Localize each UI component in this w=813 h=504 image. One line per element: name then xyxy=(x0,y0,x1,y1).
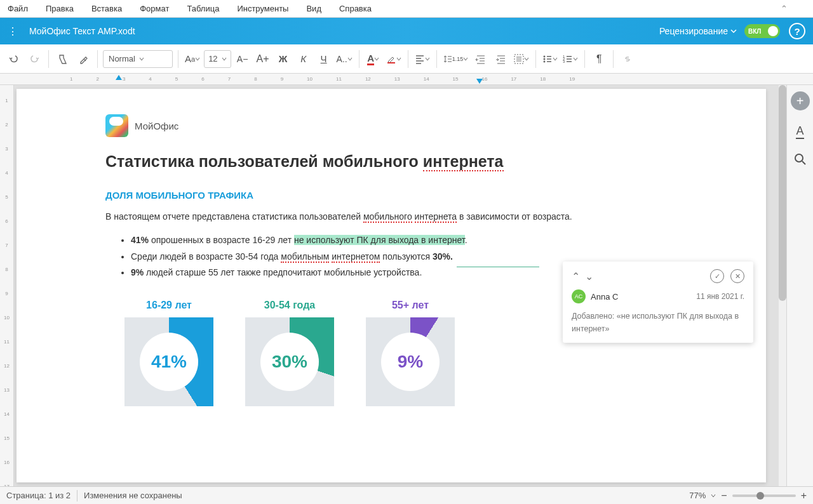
font-size-select[interactable]: 12 xyxy=(204,50,231,68)
undo-button[interactable] xyxy=(5,50,23,69)
comment-next-icon[interactable]: ⌄ xyxy=(585,270,593,282)
help-button[interactable]: ? xyxy=(789,23,805,39)
copy-format-button[interactable] xyxy=(54,50,72,69)
review-toggle[interactable]: ВКЛ xyxy=(744,24,780,38)
numbered-list-button[interactable]: 123 xyxy=(561,50,579,69)
font-color-button[interactable]: A xyxy=(365,50,382,69)
review-label: Рецензирование xyxy=(659,26,728,36)
toolbar: Normal Aa 12 A− A+ Ж К Ч A.. A 1.15 123 … xyxy=(0,44,813,74)
svg-point-4 xyxy=(544,60,546,62)
more-icon[interactable]: ⋮ xyxy=(8,25,17,37)
decrease-indent-button[interactable] xyxy=(472,50,490,69)
workspace: 1234567891011121314151617 МойОфис Статис… xyxy=(0,85,813,486)
donut-chart-1: 16-29 лет 41% xyxy=(124,300,213,406)
clear-format-button[interactable] xyxy=(74,50,92,69)
menu-tools[interactable]: Инструменты xyxy=(237,4,288,13)
comment-prev-icon[interactable]: ⌃ xyxy=(572,270,580,282)
highlight-button[interactable] xyxy=(385,50,403,69)
indent-marker-right[interactable] xyxy=(476,79,483,84)
comment-author: Anna C xyxy=(591,292,696,302)
add-comment-button[interactable]: + xyxy=(791,91,810,110)
bold-button[interactable]: Ж xyxy=(274,50,292,69)
logo: МойОфис xyxy=(105,114,715,137)
comment-card[interactable]: ⌃ ⌄ ✓ ✕ AC Anna C 11 янв 2021 г. Добавле… xyxy=(563,262,753,343)
increase-indent-button[interactable] xyxy=(492,50,510,69)
accept-change-button[interactable]: ✓ xyxy=(710,269,724,283)
menu-bar: Файл Правка Вставка Формат Таблица Инстр… xyxy=(0,0,813,18)
tracked-change: не используют ПК для выхода в интернет xyxy=(294,235,465,245)
logo-icon xyxy=(105,114,128,137)
ruler-vertical[interactable]: 1234567891011121314151617 xyxy=(0,85,14,486)
italic-button[interactable]: К xyxy=(295,50,312,69)
side-rail: + A xyxy=(786,85,813,486)
svg-point-3 xyxy=(544,58,546,60)
heading-1[interactable]: Статистика пользователей мобильного инте… xyxy=(105,152,715,171)
donut-chart-3: 55+ лет 9% xyxy=(366,300,455,406)
redo-button[interactable] xyxy=(25,50,43,69)
align-button[interactable] xyxy=(413,50,431,69)
paragraph-spacing-button[interactable] xyxy=(513,50,530,69)
svg-point-8 xyxy=(795,154,803,162)
ruler-horizontal[interactable]: 12345678910111213141516171819 xyxy=(0,74,813,85)
paragraph[interactable]: В настоящем отчете представлена статисти… xyxy=(105,209,715,223)
comment-connector xyxy=(457,267,539,267)
zoom-slider[interactable] xyxy=(732,494,796,497)
reject-change-button[interactable]: ✕ xyxy=(730,269,744,283)
page[interactable]: МойОфис Статистика пользователей мобильн… xyxy=(17,89,766,482)
style-select[interactable]: Normal xyxy=(103,50,173,68)
review-dropdown[interactable]: Рецензирование xyxy=(659,26,737,36)
avatar: AC xyxy=(572,289,586,303)
heading-2[interactable]: Доля мобильного трафика xyxy=(105,190,715,201)
zoom-out-button[interactable]: − xyxy=(721,490,727,501)
menu-format[interactable]: Формат xyxy=(140,4,169,13)
bullet-list-button[interactable] xyxy=(541,50,559,69)
indent-marker-left[interactable] xyxy=(116,75,122,80)
chevron-down-icon xyxy=(730,28,737,34)
more-font-button[interactable]: A.. xyxy=(335,50,354,69)
menu-edit[interactable]: Правка xyxy=(46,4,74,13)
underline-button[interactable]: Ч xyxy=(315,50,333,69)
menu-insert[interactable]: Вставка xyxy=(91,4,122,13)
status-bar: Страница: 1 из 2 Изменения не сохранены … xyxy=(0,486,813,504)
link-button[interactable] xyxy=(619,50,636,69)
canvas[interactable]: МойОфис Статистика пользователей мобильн… xyxy=(14,85,786,486)
list-item: 41% опрошенных в возрасте 16-29 лет не и… xyxy=(131,232,715,248)
save-status: Изменения не сохранены xyxy=(84,491,182,500)
document-title: МойОфис Текст AMP.xodt xyxy=(29,26,135,36)
menu-table[interactable]: Таблица xyxy=(187,4,219,13)
scrollbar-vertical[interactable] xyxy=(779,85,786,486)
decrease-font-button[interactable]: A− xyxy=(234,50,252,69)
font-panel-icon[interactable]: A xyxy=(796,124,803,139)
donut-chart-2: 30-54 года 30% xyxy=(245,300,334,406)
zoom-value[interactable]: 77% xyxy=(689,491,706,500)
pilcrow-button[interactable]: ¶ xyxy=(590,50,608,69)
collapse-menu-icon[interactable]: ⌃ xyxy=(781,4,788,13)
font-family-button[interactable]: Aa xyxy=(184,50,201,69)
zoom-in-button[interactable]: + xyxy=(801,490,807,501)
chevron-down-icon[interactable] xyxy=(711,493,716,498)
svg-rect-0 xyxy=(387,62,395,63)
menu-view[interactable]: Вид xyxy=(306,4,321,13)
comment-date: 11 янв 2021 г. xyxy=(696,292,744,301)
comment-body: Добавлено: «не используют ПК для выхода … xyxy=(572,310,744,335)
page-indicator[interactable]: Страница: 1 из 2 xyxy=(6,491,71,500)
svg-text:3: 3 xyxy=(563,60,565,63)
menu-help[interactable]: Справка xyxy=(339,4,372,13)
svg-point-2 xyxy=(544,55,546,57)
line-spacing-button[interactable]: 1.15 xyxy=(442,50,470,69)
search-icon[interactable] xyxy=(794,153,807,168)
title-bar: ⋮ МойОфис Текст AMP.xodt Рецензирование … xyxy=(0,18,813,44)
menu-file[interactable]: Файл xyxy=(8,4,28,13)
increase-font-button[interactable]: A+ xyxy=(254,50,272,69)
